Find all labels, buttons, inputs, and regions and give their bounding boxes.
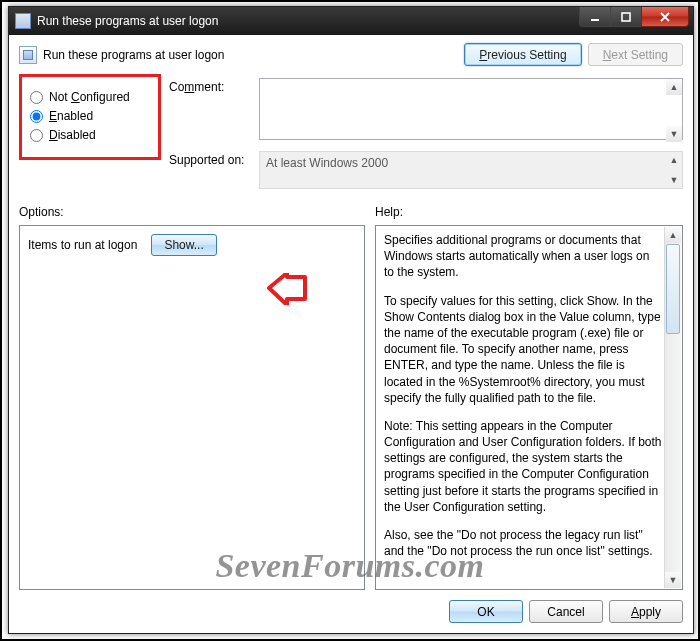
radio-input-not-configured[interactable] [30,91,43,104]
state-radio-group: Not Configured Enabled Disabled [19,74,161,160]
comment-textarea[interactable] [259,78,683,140]
radio-input-disabled[interactable] [30,129,43,142]
next-setting-button[interactable]: Next Setting [588,43,683,66]
radio-input-enabled[interactable] [30,110,43,123]
close-button[interactable] [641,7,689,27]
apply-button[interactable]: Apply [609,600,683,623]
policy-icon [15,13,31,29]
radio-label: Enabled [49,109,93,123]
supported-on-value: At least Windows 2000 [259,151,683,189]
dialog-window: Run these programs at user logon Run the… [8,6,694,634]
scroll-up-icon[interactable]: ▲ [666,152,682,168]
scroll-thumb[interactable] [666,244,680,334]
radio-label: Disabled [49,128,96,142]
scroll-down-icon[interactable]: ▼ [666,126,682,142]
radio-disabled[interactable]: Disabled [28,128,142,142]
titlebar[interactable]: Run these programs at user logon [9,7,693,35]
radio-not-configured[interactable]: Not Configured [28,90,142,104]
scroll-down-icon[interactable]: ▼ [665,572,681,588]
help-paragraph: To specify values for this setting, clic… [384,293,662,406]
options-section-label: Options: [19,205,365,219]
maximize-icon [620,11,632,23]
show-button[interactable]: Show... [151,234,216,256]
policy-title: Run these programs at user logon [43,48,224,62]
svg-rect-0 [591,19,599,21]
help-paragraph: Also, see the "Do not process the legacy… [384,527,662,559]
minimize-icon [589,11,601,23]
supported-on-label: Supported on: [169,151,259,167]
help-paragraph: Note: This setting appears in the Comput… [384,418,662,515]
cancel-button[interactable]: Cancel [529,600,603,623]
policy-icon [19,46,37,64]
help-scrollbar[interactable]: ▲ ▼ [664,227,681,588]
scroll-down-icon[interactable]: ▼ [666,172,682,188]
maximize-button[interactable] [610,7,642,27]
radio-label: Not Configured [49,90,130,104]
scroll-up-icon[interactable]: ▲ [666,79,682,95]
options-panel: Items to run at logon Show... [19,225,365,590]
comment-label: Comment: [169,78,259,94]
previous-setting-button[interactable]: Previous Setting [464,43,581,66]
client-area: Run these programs at user logon Previou… [9,35,693,633]
window-title: Run these programs at user logon [37,14,218,28]
ok-button[interactable]: OK [449,600,523,623]
help-panel: Specifies additional programs or documen… [375,225,683,590]
close-icon [659,11,671,23]
minimize-button[interactable] [579,7,611,27]
svg-rect-1 [622,13,630,21]
scroll-up-icon[interactable]: ▲ [665,227,681,243]
help-section-label: Help: [375,205,683,219]
help-paragraph: Specifies additional programs or documen… [384,232,662,281]
items-to-run-label: Items to run at logon [28,238,137,252]
radio-enabled[interactable]: Enabled [28,109,142,123]
